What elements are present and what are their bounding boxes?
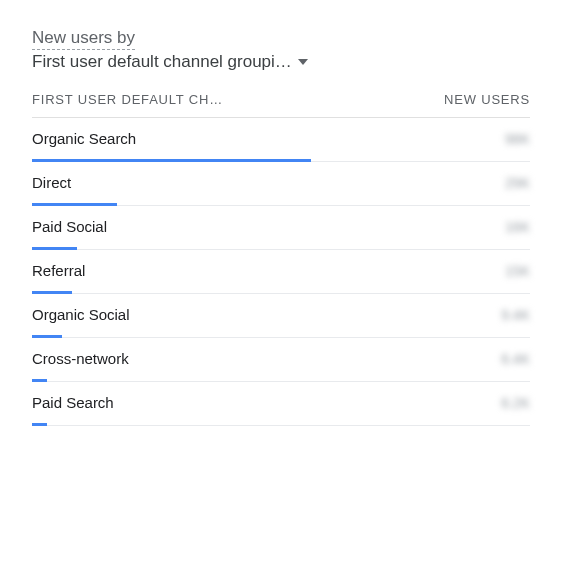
table-row[interactable]: Organic Social9.4K	[32, 294, 530, 338]
card-title: New users by First user default channel …	[32, 28, 530, 72]
caret-down-icon	[298, 59, 308, 65]
table-header: FIRST USER DEFAULT CH… NEW USERS	[32, 86, 530, 118]
row-label: Cross-network	[32, 350, 129, 367]
table-body: Organic Search98KDirect29KPaid Social16K…	[32, 118, 530, 426]
table-row[interactable]: Direct29K	[32, 162, 530, 206]
dimension-label: First user default channel groupi…	[32, 52, 292, 72]
table-row[interactable]: Organic Search98K	[32, 118, 530, 162]
dimension-picker[interactable]: First user default channel groupi…	[32, 52, 530, 72]
table-row[interactable]: Referral15K	[32, 250, 530, 294]
row-value: 9.4K	[501, 307, 530, 323]
row-value: 16K	[505, 219, 530, 235]
row-value: 29K	[505, 175, 530, 191]
row-value: 15K	[505, 263, 530, 279]
title-prefix: New users by	[32, 28, 135, 50]
table-row[interactable]: Paid Social16K	[32, 206, 530, 250]
row-bar	[32, 423, 47, 426]
row-label: Referral	[32, 262, 85, 279]
row-label: Direct	[32, 174, 71, 191]
row-value: 6.2K	[501, 395, 530, 411]
row-value: 98K	[505, 131, 530, 147]
row-label: Paid Search	[32, 394, 114, 411]
row-label: Organic Search	[32, 130, 136, 147]
table-row[interactable]: Cross-network6.4K	[32, 338, 530, 382]
row-label: Organic Social	[32, 306, 130, 323]
column-dimension: FIRST USER DEFAULT CH…	[32, 92, 223, 107]
row-value: 6.4K	[501, 351, 530, 367]
table-row[interactable]: Paid Search6.2K	[32, 382, 530, 426]
column-metric: NEW USERS	[444, 92, 530, 107]
row-label: Paid Social	[32, 218, 107, 235]
